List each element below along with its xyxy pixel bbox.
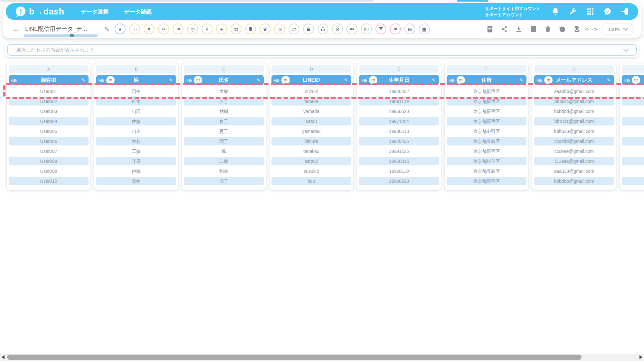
support-mascot-icon[interactable]	[603, 7, 612, 16]
timer-button[interactable]: ◷	[187, 23, 198, 34]
zero-value-button[interactable]: [0]	[361, 23, 372, 34]
sheet-cell-D7[interactable]: tanaka2	[271, 147, 351, 155]
sheet-cell-E9[interactable]: 19960119	[359, 167, 439, 175]
column-letter-C[interactable]: C	[184, 65, 264, 73]
collapse-button[interactable]: ⇲	[274, 23, 285, 34]
column-letter-G[interactable]: G	[534, 65, 614, 73]
duplicate-button[interactable]: ⧉	[231, 23, 242, 34]
sheet-cell-G1[interactable]: aaabbb@gmail.com	[534, 87, 614, 96]
sheet-cell-C1[interactable]: 太郎	[184, 87, 264, 96]
filter-button[interactable]	[375, 23, 386, 34]
sheet-cell-F1[interactable]: 東京都新宿区	[447, 87, 526, 96]
column-letter-E[interactable]: E	[359, 65, 439, 73]
sheet-cell-A10[interactable]: User010	[9, 177, 89, 185]
formula-bar[interactable]: 選択したセルの内容が表示されます。	[7, 44, 637, 56]
column-letter-partial[interactable]	[622, 65, 644, 73]
sheet-cell-G4[interactable]: bbb111@gmail.com	[534, 117, 614, 125]
restore-button[interactable]	[573, 25, 581, 33]
sheet-cell-A8[interactable]: User008	[9, 157, 89, 165]
sheet-cell-x2[interactable]	[622, 97, 644, 106]
settings-wrench-icon[interactable]	[569, 7, 577, 16]
sheet-cell-A7[interactable]: User007	[9, 147, 89, 155]
cut-button[interactable]: ✂	[158, 23, 169, 34]
back-button[interactable]: ←	[12, 24, 20, 33]
add-button[interactable]: +	[216, 23, 227, 34]
sheet-cell-C7[interactable]: 楓	[184, 147, 264, 155]
delete-button[interactable]	[245, 23, 256, 34]
sheet-cell-F8[interactable]: 東京都杉並区	[447, 157, 526, 165]
edit-column-icon[interactable]: ✎	[257, 75, 260, 85]
sheet-cell-x10[interactable]	[622, 177, 644, 185]
sheet-cell-C9[interactable]: 和幸	[184, 167, 264, 175]
sheet-cell-G8[interactable]: 111aaa@gmail.com	[534, 157, 614, 165]
sheet-cell-A2[interactable]: User002	[9, 97, 89, 106]
more-options-button[interactable]: ⋯	[129, 23, 140, 34]
sheet-cell-A9[interactable]: User009	[9, 167, 89, 175]
column-header-顧客ID[interactable]: aあ顧客ID✎	[9, 75, 89, 85]
sheet-cell-A4[interactable]: User004	[9, 117, 89, 125]
sheet-cell-C6[interactable]: 明子	[184, 137, 264, 145]
sheet-cell-C2[interactable]: 典子	[184, 97, 264, 106]
join-table-button[interactable]: ⊞	[404, 23, 415, 34]
sheet-cell-x8[interactable]	[622, 157, 644, 165]
sheet-cell-F2[interactable]: 東京都新宿区	[447, 97, 526, 106]
sheet-cell-A3[interactable]: User003	[9, 107, 89, 116]
sheet-cell-G5[interactable]: bbb333@gmail.com	[534, 127, 614, 135]
column-header-partial[interactable]: aあ	[622, 75, 644, 85]
sheet-cell-B9[interactable]: 伊藤	[96, 167, 176, 175]
branch-split-button[interactable]: ⋔	[202, 23, 213, 34]
sheet-cell-F6[interactable]: 東京都豊島区	[447, 137, 526, 145]
signout-icon[interactable]	[621, 7, 629, 16]
edit-column-icon[interactable]: ✎	[519, 75, 523, 85]
sheet-cell-G7[interactable]: ccceee@gmail.com	[534, 147, 614, 155]
scroll-left-arrow[interactable]	[2, 355, 5, 359]
sheet-cell-B5[interactable]: 山本	[96, 127, 176, 135]
column-header-メールアドレス[interactable]: aあメールアドレス✎	[534, 75, 614, 85]
sheet-cell-x9[interactable]	[622, 167, 644, 175]
sheet-cell-E3[interactable]: 19950620	[359, 107, 439, 116]
sheet-cell-F9[interactable]: 東京都豊島区	[447, 167, 526, 175]
sheet-title[interactable]: LINE配信用データ_テ...	[25, 25, 101, 33]
sheet-cell-C5[interactable]: 夏子	[184, 127, 264, 135]
column-letter-A[interactable]: A	[9, 65, 89, 73]
title-scroll-handle[interactable]	[70, 34, 74, 37]
sheet-cell-C3[interactable]: 祐樹	[184, 107, 264, 116]
formula-expand-chevron[interactable]	[623, 46, 629, 52]
edit-column-icon[interactable]: ✎	[607, 75, 611, 85]
notification-bell-icon[interactable]	[551, 7, 560, 16]
title-scrollbar[interactable]	[24, 34, 98, 37]
sheet-cell-D3[interactable]: yamada	[271, 107, 351, 116]
sheet-cell-B6[interactable]: 木村	[96, 137, 176, 145]
sheet-cell-D9[interactable]: suzuki2	[271, 167, 351, 175]
export-box-button[interactable]	[317, 23, 328, 34]
edit-column-icon[interactable]: ✎	[81, 75, 85, 85]
sheet-cell-E2[interactable]: 19891129	[359, 97, 439, 106]
apps-grid-icon[interactable]	[586, 7, 594, 16]
segment-people-button[interactable]	[390, 23, 401, 34]
sheet-cell-D8[interactable]: satou2	[271, 157, 351, 165]
sheet-cell-E1[interactable]: 19940402	[359, 87, 439, 96]
sheet-cell-G10[interactable]: bbbbbb@gmail.com	[534, 177, 614, 185]
align-list-button[interactable]: ≡	[144, 23, 155, 34]
clipboard-button[interactable]	[486, 25, 494, 33]
sheet-cell-G6[interactable]: cccddd@gmail.com	[534, 137, 614, 145]
sheet-cell-x1[interactable]	[622, 87, 644, 96]
sheet-cell-C8[interactable]: 二郎	[184, 157, 264, 165]
column-header-姓[interactable]: aあ姓✎	[96, 75, 176, 85]
sheet-cell-x6[interactable]	[622, 137, 644, 145]
sheet-cell-B10[interactable]: 藤井	[96, 177, 176, 185]
sheet-cell-C4[interactable]: 春子	[184, 117, 264, 125]
sheet-cell-F7[interactable]: 東京都新宿区	[447, 147, 526, 155]
edit-column-icon[interactable]: ✎	[344, 75, 348, 85]
sheet-cell-x4[interactable]	[622, 117, 644, 125]
edit-title-icon[interactable]: ✎	[104, 25, 109, 33]
sheet-cell-x3[interactable]	[622, 107, 644, 116]
form-list-button[interactable]	[529, 25, 537, 33]
sheet-cell-B2[interactable]: 鈴木	[96, 97, 176, 106]
sheet-cell-G3[interactable]: bbbddd@gmail.com	[534, 107, 614, 116]
sheet-cell-C10[interactable]: 涼子	[184, 177, 264, 185]
trash-button[interactable]	[544, 25, 552, 33]
sheet-cell-D5[interactable]: yamada2	[271, 127, 351, 135]
code-view-button[interactable]: <···>	[587, 25, 595, 33]
exclude-circle-button[interactable]: ⊗	[332, 23, 343, 34]
